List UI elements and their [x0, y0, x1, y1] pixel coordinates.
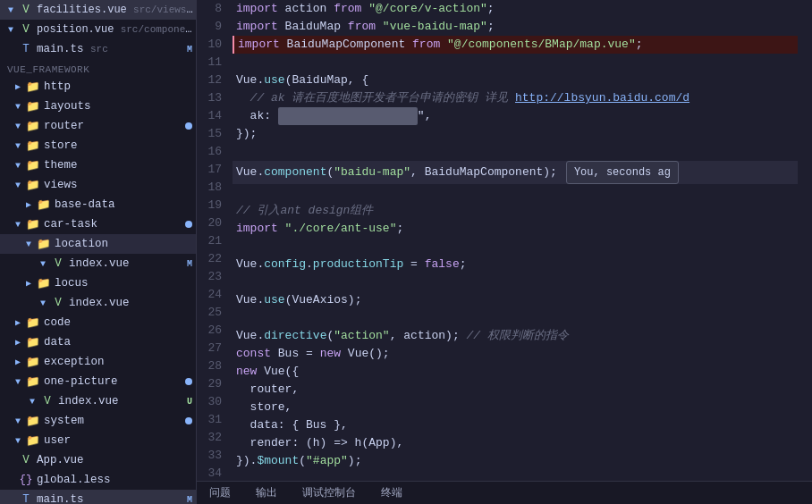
- token: action: [285, 0, 334, 18]
- token: ;: [396, 220, 403, 238]
- token: from: [348, 18, 383, 36]
- sidebar-label: exception: [44, 356, 196, 368]
- sidebar-label: car-task: [44, 218, 185, 231]
- token: BaiduMapComponent: [287, 36, 412, 54]
- sidebar-item-one-picture[interactable]: ▼ 📁 one-picture: [0, 372, 196, 391]
- vue-file-icon: V: [18, 4, 34, 16]
- sidebar-label: theme: [44, 159, 196, 172]
- sidebar-label: index.vue: [69, 297, 196, 309]
- token: );: [348, 452, 362, 470]
- token: render: (h) => h(App),: [236, 434, 403, 452]
- code-line: import action from "@/core/v-action" ;: [233, 0, 798, 18]
- folder-icon: 📁: [25, 80, 41, 94]
- code-lines: import action from "@/core/v-action" ; i…: [233, 0, 812, 488]
- token: Vue.: [236, 327, 264, 345]
- code-line: // ak 请在百度地图开发者平台申请的密钥 详见 http://lbsyun.…: [233, 89, 798, 107]
- token: data: { Bus },: [236, 416, 348, 434]
- sidebar-label: http: [44, 80, 196, 93]
- token: from: [334, 0, 368, 18]
- token: store,: [236, 399, 292, 416]
- sidebar-item-system[interactable]: ▼ 📁 system: [0, 411, 196, 431]
- bottom-tab-terminal[interactable]: 终端: [376, 483, 408, 502]
- sidebar-label: position.vue src/components\map: [37, 23, 196, 36]
- chevron-icon: ▶: [11, 357, 25, 367]
- chevron-icon: ▼: [4, 495, 18, 505]
- sidebar-item-data[interactable]: ▶ 📁 data: [0, 332, 196, 352]
- token: "action": [334, 327, 389, 345]
- chevron-icon: ▼: [11, 181, 25, 190]
- token: (: [326, 164, 334, 181]
- sidebar-item-locus[interactable]: ▶ 📁 locus: [0, 273, 196, 293]
- sidebar-item-user[interactable]: ▼ 📁 user: [0, 431, 196, 450]
- sidebar-label: locus: [55, 277, 196, 290]
- token: use: [264, 71, 284, 89]
- token: // ak 请在百度地图开发者平台申请的密钥 详见: [236, 89, 515, 107]
- token: // 引入ant design组件: [236, 202, 373, 220]
- folder-icon: 📁: [36, 237, 52, 251]
- sidebar-label: router: [44, 120, 185, 132]
- bottom-tab-debug-console[interactable]: 调试控制台: [297, 483, 361, 502]
- token: BaiduMap: [285, 18, 348, 36]
- token: ;: [487, 18, 495, 36]
- token: Vue.: [236, 256, 264, 273]
- modified-dot: [185, 417, 192, 424]
- sidebar-item-location[interactable]: ▼ 📁 location: [0, 234, 196, 254]
- sidebar-label: index.vue: [58, 395, 187, 407]
- code-line: import BaiduMap from "vue-baidu-map" ;: [233, 18, 798, 36]
- folder-icon: 📁: [25, 433, 41, 448]
- token: (VueAxios);: [285, 291, 362, 309]
- sidebar-item-views[interactable]: ▼ 📁 views: [0, 175, 196, 195]
- token: "baidu-map": [334, 164, 410, 181]
- sidebar-label: main.ts: [37, 493, 187, 504]
- line-numbers: 8 9 10 11 12 13 14 15 16 17 18 19 20 21 …: [197, 0, 233, 488]
- sidebar-item-facilities-vue[interactable]: ▼ V facilities.vue src/views/base-data/p…: [0, 0, 196, 20]
- code-line-active: Vue. component ( "baidu-map" , BaiduMapC…: [233, 161, 798, 184]
- sidebar-item-router[interactable]: ▼ 📁 router: [0, 116, 196, 136]
- sidebar-item-index-vue-op[interactable]: ▼ V index.vue U: [0, 391, 196, 411]
- sidebar-item-index-vue-locus[interactable]: ▼ V index.vue: [0, 293, 196, 313]
- modified-dot: [185, 122, 192, 130]
- token: "./core/ant-use": [285, 220, 397, 238]
- sidebar: ▼ V facilities.vue src/views/base-data/p…: [0, 0, 197, 504]
- sidebar-item-position-vue[interactable]: ▼ V position.vue src/components\map: [0, 20, 196, 39]
- token: "vue-baidu-map": [383, 18, 487, 36]
- sidebar-item-theme[interactable]: ▼ 📁 theme: [0, 155, 196, 175]
- badge-m: M: [187, 45, 192, 55]
- token: ;: [636, 36, 643, 54]
- sidebar-item-main-ts-top[interactable]: ▼ T main.ts src M: [0, 39, 196, 59]
- badge-m: M: [187, 259, 192, 269]
- token: import: [236, 18, 285, 36]
- token: // 权限判断的指令: [467, 327, 569, 345]
- section-label: VUE_FRAMEWORK: [0, 59, 196, 77]
- token: new: [236, 363, 264, 381]
- sidebar-item-index-vue-location[interactable]: ▼ V index.vue M: [0, 254, 196, 273]
- sidebar-label: facilities.vue src/views/base-data/proje…: [37, 4, 196, 16]
- folder-icon: 📁: [36, 276, 52, 290]
- token: component: [264, 164, 326, 181]
- code-line: [233, 184, 798, 202]
- sidebar-item-app-vue[interactable]: ▼ V App.vue: [0, 450, 196, 470]
- code-line: render: (h) => h(App),: [233, 434, 798, 452]
- code-editor: 8 9 10 11 12 13 14 15 16 17 18 19 20 21 …: [197, 0, 812, 504]
- sidebar-item-exception[interactable]: ▶ 📁 exception: [0, 352, 196, 372]
- sidebar-item-car-task[interactable]: ▼ 📁 car-task: [0, 214, 196, 234]
- sidebar-item-global-less[interactable]: ▼ {} global.less: [0, 470, 196, 490]
- token: router,: [236, 381, 299, 399]
- sidebar-item-store[interactable]: ▼ 📁 store: [0, 136, 196, 155]
- sidebar-item-layouts[interactable]: ▼ 📁 layouts: [0, 97, 196, 116]
- chevron-icon: ▼: [11, 416, 25, 426]
- less-file-icon: {}: [18, 474, 34, 486]
- sidebar-item-http[interactable]: ▶ 📁 http: [0, 77, 196, 97]
- code-line: // 引入ant design组件: [233, 202, 798, 220]
- bottom-tab-output[interactable]: 输出: [250, 483, 283, 502]
- sidebar-item-base-data[interactable]: ▶ 📁 base-data: [0, 195, 196, 214]
- bottom-tab-problems[interactable]: 问题: [204, 483, 236, 502]
- sidebar-item-main-ts-bottom[interactable]: ▼ T main.ts M: [0, 490, 196, 504]
- code-line: Vue. use (BaiduMap, {: [233, 71, 798, 89]
- token: Bus =: [278, 345, 320, 363]
- sidebar-item-code[interactable]: ▶ 📁 code: [0, 313, 196, 332]
- chevron-icon: ▼: [36, 259, 50, 269]
- folder-icon: 📁: [25, 374, 41, 389]
- token: use: [264, 291, 284, 309]
- chevron-icon: ▼: [11, 161, 25, 171]
